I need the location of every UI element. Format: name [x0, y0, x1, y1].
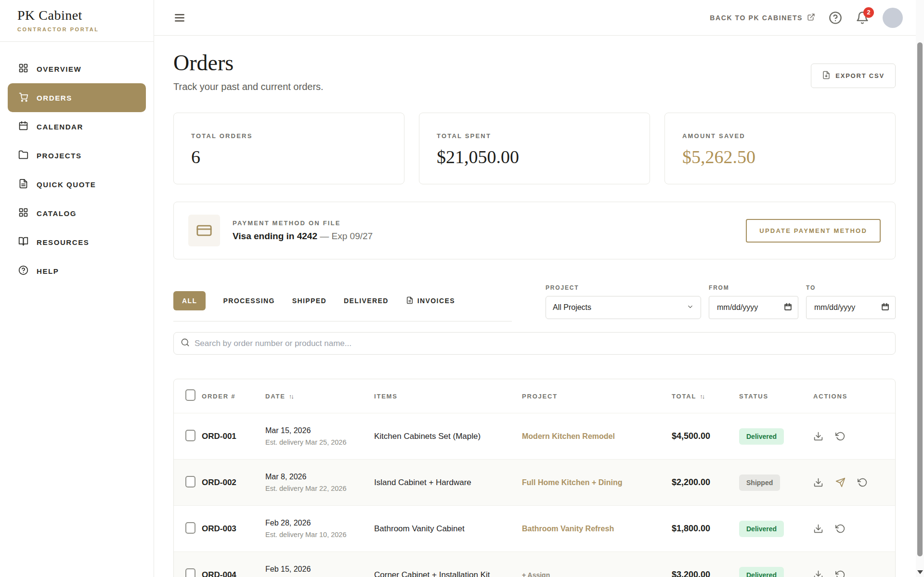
project-link[interactable]: Modern Kitchen Remodel	[522, 432, 672, 441]
sidebar-item-label: OVERVIEW	[37, 65, 81, 73]
column-header-status: STATUS	[739, 393, 813, 400]
calendar-icon[interactable]	[784, 303, 792, 313]
tab-delivered[interactable]: DELIVERED	[344, 297, 389, 305]
sidebar-item-calendar[interactable]: CALENDAR	[8, 112, 146, 141]
sidebar-item-resources[interactable]: RESOURCES	[8, 228, 146, 256]
order-items: Bathroom Vanity Cabinet	[374, 524, 522, 534]
column-header-actions: ACTIONS	[813, 393, 895, 400]
download-icon[interactable]	[813, 477, 823, 487]
order-total: $1,800.00	[672, 524, 739, 534]
select-all-checkbox[interactable]	[185, 389, 195, 401]
stat-label: TOTAL SPENT	[437, 132, 632, 140]
notifications-bell-icon[interactable]: 2	[856, 11, 869, 25]
sidebar-nav: OVERVIEW ORDERS CALENDAR PROJECTS QUICK …	[0, 42, 154, 285]
sidebar-item-label: CATALOG	[37, 209, 77, 218]
sidebar-item-label: ORDERS	[37, 94, 72, 102]
to-date-value: mm/dd/yyyy	[814, 303, 855, 312]
order-date-cell: Mar 15, 2026 Est. delivery Mar 25, 2026	[265, 426, 374, 446]
order-items: Kitchen Cabinets Set (Maple)	[374, 432, 522, 441]
notification-count-badge: 2	[863, 7, 874, 18]
to-date-input[interactable]: mm/dd/yyyy	[806, 296, 896, 319]
track-shipment-icon[interactable]	[835, 477, 846, 487]
page-title-block: Orders Track your past and current order…	[173, 50, 324, 92]
project-select[interactable]: All Projects	[546, 296, 701, 319]
tab-invoices-label: INVOICES	[417, 297, 455, 305]
help-icon[interactable]	[829, 11, 842, 25]
reorder-icon[interactable]	[835, 524, 846, 534]
brand-subtitle: CONTRACTOR PORTAL	[17, 26, 136, 32]
avatar[interactable]	[883, 8, 903, 28]
back-to-pk-cabinets-link[interactable]: BACK TO PK CABINETS	[710, 13, 815, 23]
sort-date-icon[interactable]: ↑↓	[289, 393, 293, 400]
download-icon[interactable]	[813, 431, 823, 441]
file-icon	[406, 296, 414, 306]
vertical-scrollbar[interactable]	[916, 0, 924, 577]
sidebar-item-help[interactable]: HELP	[8, 256, 146, 285]
file-icon	[18, 179, 28, 190]
column-header-date-label: DATE	[265, 393, 286, 400]
status-badge: Shipped	[739, 474, 780, 491]
reorder-icon[interactable]	[835, 431, 846, 441]
estimated-delivery: Est. delivery Mar 25, 2026	[265, 438, 374, 446]
assign-project-link[interactable]: + Assign	[522, 571, 672, 577]
order-number: ORD-004	[202, 570, 265, 577]
order-total: $3,200.00	[672, 570, 739, 577]
export-csv-button[interactable]: EXPORT CSV	[811, 64, 896, 88]
tab-invoices[interactable]: INVOICES	[406, 296, 455, 306]
sidebar-item-label: RESOURCES	[37, 238, 89, 246]
external-link-icon	[807, 13, 815, 23]
update-payment-method-button[interactable]: UPDATE PAYMENT METHOD	[746, 219, 881, 243]
project-link[interactable]: Bathroom Vanity Refresh	[522, 525, 672, 533]
sidebar-item-overview[interactable]: OVERVIEW	[8, 54, 146, 83]
card-summary: Visa ending in 4242	[233, 231, 317, 241]
project-link[interactable]: Full Home Kitchen + Dining	[522, 478, 672, 487]
sidebar-item-quick-quote[interactable]: QUICK QUOTE	[8, 170, 146, 199]
project-select-value: All Projects	[553, 303, 591, 312]
tab-processing[interactable]: PROCESSING	[223, 297, 274, 305]
scrollbar-down-arrow[interactable]	[917, 570, 923, 574]
row-checkbox[interactable]	[185, 430, 195, 441]
reorder-icon[interactable]	[835, 570, 846, 577]
tab-shipped[interactable]: SHIPPED	[292, 297, 326, 305]
sidebar-item-catalog[interactable]: CATALOG	[8, 199, 146, 228]
sort-total-icon[interactable]: ↑↓	[700, 393, 704, 400]
reorder-icon[interactable]	[858, 477, 868, 487]
orders-table: ORDER # DATE ↑↓ ITEMS PROJECT TOTAL ↑↓ S…	[173, 379, 896, 577]
sidebar-item-label: CALENDAR	[37, 123, 83, 131]
sidebar-item-label: QUICK QUOTE	[37, 180, 96, 189]
main-area: BACK TO PK CABINETS 2 Orders Track your …	[154, 0, 924, 577]
scrollbar-thumb[interactable]	[917, 42, 923, 556]
tab-all[interactable]: ALL	[173, 291, 206, 310]
row-actions	[813, 524, 895, 534]
to-date-label: TO	[806, 284, 896, 291]
status-badge: Delivered	[739, 428, 784, 445]
order-number: ORD-001	[202, 432, 265, 441]
download-icon[interactable]	[813, 570, 823, 577]
download-icon[interactable]	[813, 524, 823, 534]
from-date-input[interactable]: mm/dd/yyyy	[709, 296, 798, 319]
row-actions	[813, 477, 895, 487]
sidebar-item-projects[interactable]: PROJECTS	[8, 141, 146, 170]
estimated-delivery: Est. delivery Mar 22, 2026	[265, 485, 374, 492]
file-download-icon	[822, 71, 831, 81]
calendar-icon[interactable]	[881, 303, 889, 313]
stats-row: TOTAL ORDERS 6 TOTAL SPENT $21,050.00 AM…	[173, 113, 896, 184]
sidebar-item-orders[interactable]: ORDERS	[8, 83, 146, 112]
stat-label: TOTAL ORDERS	[191, 132, 387, 140]
credit-card-icon	[188, 215, 220, 246]
page-header: Orders Track your past and current order…	[173, 50, 896, 92]
payment-method-texts: PAYMENT METHOD ON FILE Visa ending in 42…	[233, 219, 373, 242]
stat-value: 6	[191, 146, 387, 167]
row-checkbox[interactable]	[185, 476, 195, 487]
menu-toggle-icon[interactable]	[173, 12, 186, 24]
order-items: Corner Cabinet + Installation Kit	[374, 570, 522, 577]
column-header-total-label: TOTAL	[672, 393, 696, 400]
grid-icon	[18, 207, 28, 219]
filters-row: ALL PROCESSING SHIPPED DELIVERED INVOICE…	[173, 284, 896, 321]
order-search	[173, 332, 896, 355]
search-input[interactable]	[195, 339, 888, 348]
row-checkbox[interactable]	[185, 522, 195, 534]
chevron-down-icon	[687, 303, 694, 312]
row-checkbox[interactable]	[185, 568, 195, 577]
page-title: Orders	[173, 50, 324, 76]
